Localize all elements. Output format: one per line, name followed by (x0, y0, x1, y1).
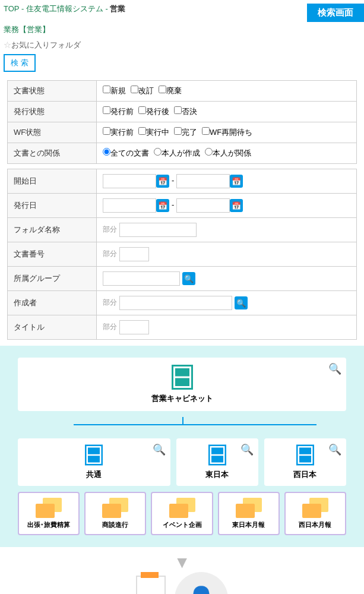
chevron-down-icon: ▼ (0, 553, 364, 572)
calendar-icon[interactable]: 📅 (230, 175, 243, 188)
favorites-label: ☆お気に入りフォルダ (0, 40, 364, 50)
relation-options[interactable]: 全ての文書本人が作成本人が関係 (97, 143, 357, 164)
doc-status-options[interactable]: 新規改訂廃棄 (97, 81, 357, 102)
issue-status-label: 発行状態 (8, 102, 97, 122)
result-illustration: ▼ Hit! 👤 (0, 547, 364, 594)
lookup-icon[interactable]: 🔍 (235, 296, 248, 309)
search-icon[interactable]: 🔍 (240, 443, 254, 456)
folder-card[interactable]: 商談進行 (84, 492, 146, 535)
folder-card[interactable]: 西日本月報 (284, 492, 346, 535)
person-icon: 👤 (175, 572, 228, 594)
filter-table-2: 開始日 📅-📅 発行日 📅-📅 フォルダ名称 部分 文書番号 部分 所属グループ… (7, 169, 357, 340)
folder-name-label: フォルダ名称 (8, 218, 97, 242)
search-icon[interactable]: 🔍 (153, 443, 166, 456)
svg-rect-2 (175, 378, 189, 387)
start-date-label: 開始日 (8, 169, 97, 194)
relation-label: 文書との関係 (8, 143, 97, 164)
breadcrumb: TOP - 住友電工情報システム - 営業 (4, 4, 125, 14)
svg-rect-1 (175, 368, 189, 377)
group-label: 所属グループ (8, 267, 97, 291)
doc-number-label: 文書番号 (8, 242, 97, 267)
wf-status-label: WF状態 (8, 122, 97, 143)
group-input[interactable] (103, 271, 180, 286)
filter-table-1: 文書状態 新規改訂廃棄 発行状態 発行前発行後否決 WF状態 実行前実行中完了W… (7, 80, 357, 164)
issue-status-options[interactable]: 発行前発行後否決 (97, 102, 357, 122)
start-date-from[interactable] (103, 174, 156, 188)
calendar-icon[interactable]: 📅 (230, 199, 243, 212)
svg-rect-10 (299, 448, 311, 454)
author-label: 作成者 (8, 291, 97, 315)
search-button[interactable]: 検 索 (4, 54, 36, 72)
folder-card[interactable]: 出張･旅費精算 (18, 492, 80, 535)
star-icon: ☆ (4, 40, 11, 49)
calendar-icon[interactable]: 📅 (156, 199, 169, 212)
svg-rect-11 (299, 456, 311, 462)
cabinet-card[interactable]: 🔍共通 (18, 438, 170, 486)
search-screen-badge: 検索画面 (307, 4, 364, 22)
calendar-icon[interactable]: 📅 (156, 175, 169, 188)
title-input[interactable] (119, 320, 149, 334)
wf-status-options[interactable]: 実行前実行中完了WF再開待ち (97, 122, 357, 143)
search-icon[interactable]: 🔍 (328, 362, 341, 375)
lookup-icon[interactable]: 🔍 (182, 272, 195, 285)
doc-number-input[interactable] (119, 247, 149, 261)
diagram-panel: 🔍 営業キャビネット 🔍共通 🔍東日本 🔍西日本 出張･旅費精算 商談進行 イベ… (0, 346, 364, 547)
cabinet-icon (172, 365, 193, 390)
cabinet-card[interactable]: 🔍東日本 (176, 438, 258, 486)
svg-rect-8 (211, 456, 223, 462)
title-label: タイトル (8, 315, 97, 340)
svg-rect-5 (88, 456, 100, 462)
svg-rect-4 (88, 448, 100, 454)
folder-name-input[interactable] (119, 223, 197, 237)
doc-status-label: 文書状態 (8, 81, 97, 102)
search-icon[interactable]: 🔍 (328, 443, 341, 456)
document-icon (136, 576, 166, 594)
subtitle: 業務【営業】 (0, 22, 364, 40)
issue-date-from[interactable] (103, 198, 156, 213)
folder-card[interactable]: イベント企画 (151, 492, 213, 535)
author-input[interactable] (119, 296, 232, 310)
cabinet-card[interactable]: 🔍西日本 (264, 438, 346, 486)
start-date-to[interactable] (176, 174, 230, 188)
root-cabinet[interactable]: 🔍 営業キャビネット (18, 358, 346, 411)
issue-date-to[interactable] (176, 198, 230, 213)
issue-date-label: 発行日 (8, 194, 97, 218)
svg-rect-7 (211, 448, 223, 454)
folder-card[interactable]: 東日本月報 (218, 492, 280, 535)
